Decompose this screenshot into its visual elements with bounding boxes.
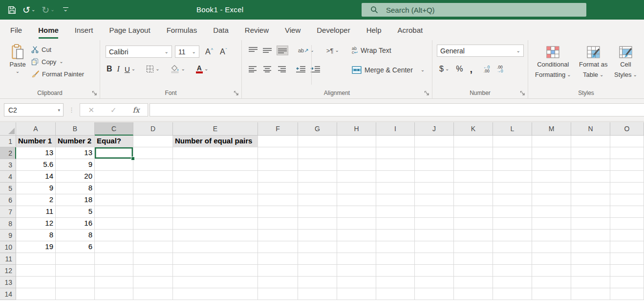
cell-B5[interactable]: 8: [56, 183, 95, 194]
cell-I9[interactable]: [376, 230, 415, 241]
cell-A6[interactable]: 2: [16, 194, 56, 206]
cell-J3[interactable]: [415, 159, 454, 171]
tab-file[interactable]: File: [10, 20, 22, 40]
column-header-B[interactable]: B: [56, 122, 95, 136]
cell-O4[interactable]: [610, 171, 644, 183]
cell-G8[interactable]: [298, 218, 337, 230]
cell-E6[interactable]: [173, 194, 258, 206]
cell-G5[interactable]: [298, 183, 337, 194]
cell-H7[interactable]: [337, 206, 376, 218]
cell-M9[interactable]: [532, 230, 571, 241]
cell-O11[interactable]: [610, 253, 644, 265]
column-header-I[interactable]: I: [376, 122, 415, 136]
number-format-select[interactable]: General ⌄: [437, 45, 524, 57]
cell-I2[interactable]: [376, 147, 415, 159]
cell-J6[interactable]: [415, 194, 454, 206]
cell-O12[interactable]: [610, 265, 644, 277]
underline-button[interactable]: U ⌄: [125, 65, 135, 73]
column-header-A[interactable]: A: [16, 122, 56, 136]
cell-M2[interactable]: [532, 147, 571, 159]
tab-view[interactable]: View: [285, 20, 301, 40]
cell-I13[interactable]: [376, 277, 415, 288]
cell-L6[interactable]: [493, 194, 532, 206]
paste-button[interactable]: Paste ⌄: [6, 44, 29, 74]
cell-L1[interactable]: [493, 136, 532, 147]
cell-N1[interactable]: [571, 136, 610, 147]
cell-A3[interactable]: 5.6: [16, 159, 56, 171]
cell-H14[interactable]: [337, 288, 376, 300]
cell-M4[interactable]: [532, 171, 571, 183]
cell-M8[interactable]: [532, 218, 571, 230]
conditional-formatting-button[interactable]: Conditional Formatting ⌄: [535, 46, 571, 79]
cell-J14[interactable]: [415, 288, 454, 300]
cell-J9[interactable]: [415, 230, 454, 241]
search-input[interactable]: Search (Alt+Q): [362, 3, 586, 17]
cell-L9[interactable]: [493, 230, 532, 241]
cell-D13[interactable]: [133, 277, 173, 288]
cell-F7[interactable]: [258, 206, 298, 218]
cell-O9[interactable]: [610, 230, 644, 241]
cell-H9[interactable]: [337, 230, 376, 241]
tab-page-layout[interactable]: Page Layout: [109, 20, 150, 40]
cell-I3[interactable]: [376, 159, 415, 171]
increase-decimal-button[interactable]: ←0 .00: [483, 65, 490, 73]
row-header-7[interactable]: 7: [0, 206, 16, 218]
undo-button[interactable]: ↺ ⌄: [22, 5, 35, 15]
cell-D5[interactable]: [133, 183, 173, 194]
cell-M10[interactable]: [532, 241, 571, 253]
align-right-button[interactable]: [277, 66, 286, 72]
cell-I14[interactable]: [376, 288, 415, 300]
cell-K3[interactable]: [454, 159, 493, 171]
align-middle-button[interactable]: [263, 47, 272, 54]
cell-C5[interactable]: [95, 183, 133, 194]
cell-N12[interactable]: [571, 265, 610, 277]
cell-G12[interactable]: [298, 265, 337, 277]
wrap-text-button[interactable]: ab c↩ Wrap Text: [352, 46, 391, 54]
cell-H6[interactable]: [337, 194, 376, 206]
cell-D12[interactable]: [133, 265, 173, 277]
cell-I7[interactable]: [376, 206, 415, 218]
cell-C2[interactable]: [95, 147, 133, 159]
cell-N3[interactable]: [571, 159, 610, 171]
row-header-4[interactable]: 4: [0, 171, 16, 183]
cell-K13[interactable]: [454, 277, 493, 288]
cell-J13[interactable]: [415, 277, 454, 288]
cell-A5[interactable]: 9: [16, 183, 56, 194]
cell-O6[interactable]: [610, 194, 644, 206]
decrease-indent-button[interactable]: [296, 66, 305, 72]
row-header-2[interactable]: 2: [0, 147, 16, 159]
cell-E1[interactable]: Number of equal pairs: [173, 136, 258, 147]
cell-I1[interactable]: [376, 136, 415, 147]
column-header-F[interactable]: F: [258, 122, 298, 136]
cell-O2[interactable]: [610, 147, 644, 159]
cell-N7[interactable]: [571, 206, 610, 218]
cell-O3[interactable]: [610, 159, 644, 171]
cell-O13[interactable]: [610, 277, 644, 288]
enter-icon[interactable]: ✓: [110, 106, 117, 115]
cell-B7[interactable]: 5: [56, 206, 95, 218]
percent-style-button[interactable]: %: [456, 65, 463, 73]
cell-A13[interactable]: [16, 277, 56, 288]
cell-K2[interactable]: [454, 147, 493, 159]
orientation-dropdown-icon[interactable]: ⌄: [310, 48, 314, 53]
cell-H1[interactable]: [337, 136, 376, 147]
row-header-13[interactable]: 13: [0, 277, 16, 288]
cell-J11[interactable]: [415, 253, 454, 265]
cell-H2[interactable]: [337, 147, 376, 159]
align-left-button[interactable]: [249, 66, 258, 72]
cell-L14[interactable]: [493, 288, 532, 300]
cell-L10[interactable]: [493, 241, 532, 253]
cell-D8[interactable]: [133, 218, 173, 230]
save-button[interactable]: [8, 6, 16, 14]
cell-D10[interactable]: [133, 241, 173, 253]
cell-K7[interactable]: [454, 206, 493, 218]
bold-button[interactable]: B: [107, 65, 112, 73]
cell-B6[interactable]: 18: [56, 194, 95, 206]
cell-J10[interactable]: [415, 241, 454, 253]
cell-I5[interactable]: [376, 183, 415, 194]
cell-G7[interactable]: [298, 206, 337, 218]
decrease-decimal-button[interactable]: .00 →0: [496, 65, 503, 73]
cell-E10[interactable]: [173, 241, 258, 253]
cell-C8[interactable]: [95, 218, 133, 230]
cell-G11[interactable]: [298, 253, 337, 265]
